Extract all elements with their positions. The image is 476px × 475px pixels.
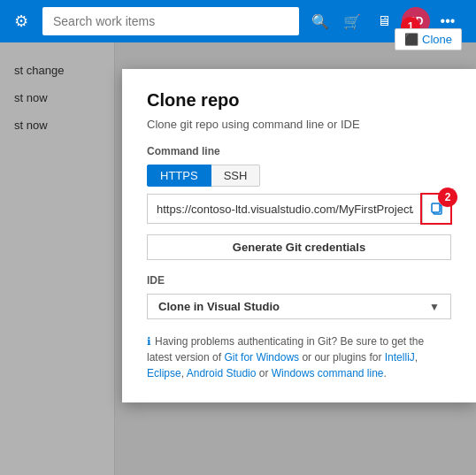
windows-cmdline-link[interactable]: Windows command line: [272, 367, 384, 379]
https-tab[interactable]: HTTPS: [147, 165, 211, 187]
panel-subtitle: Clone git repo using command line or IDE: [147, 118, 451, 131]
intellij-link[interactable]: IntelliJ: [385, 351, 415, 364]
gear-icon[interactable]: ⚙: [7, 4, 35, 38]
svg-rect-1: [432, 203, 440, 212]
step-badge-2: 2: [438, 188, 457, 207]
chevron-down-icon: ▼: [429, 301, 440, 313]
search-icon[interactable]: 🔍: [306, 7, 334, 35]
clone-repo-panel: Clone repo Clone git repo using command …: [122, 69, 476, 402]
main-area: st change st now st now Clone repo Clone…: [0, 42, 476, 475]
help-text: ℹHaving problems authenticating in Git? …: [147, 333, 451, 381]
clone-icon: ⬛: [404, 33, 418, 46]
copy-url-button[interactable]: 2: [422, 195, 450, 223]
info-icon: ℹ: [147, 335, 151, 348]
git-for-windows-link[interactable]: Git for Windows: [224, 351, 299, 364]
command-line-label: Command line: [147, 145, 451, 157]
ide-section-label: IDE: [147, 274, 451, 287]
url-row: 2: [147, 194, 451, 224]
ide-dropdown[interactable]: Clone in Visual Studio ▼: [147, 294, 451, 319]
ssh-tab[interactable]: SSH: [211, 165, 261, 187]
basket-icon[interactable]: 🛒: [338, 7, 366, 35]
generate-git-credentials-button[interactable]: Generate Git credentials: [147, 234, 451, 260]
panel-title: Clone repo: [147, 90, 451, 111]
repo-url-input[interactable]: [148, 197, 422, 221]
ide-option-label: Clone in Visual Studio: [158, 300, 280, 313]
android-studio-link[interactable]: Android Studio: [187, 367, 257, 379]
protocol-tabs: HTTPS SSH: [147, 165, 451, 187]
search-input[interactable]: [42, 7, 299, 35]
clone-button[interactable]: ⬛ Clone: [395, 28, 462, 50]
topbar: ⚙ 🔍 🛒 🖥 SD ••• 1 ⬛ Clone: [0, 0, 476, 42]
eclipse-link[interactable]: Eclipse: [147, 367, 181, 379]
